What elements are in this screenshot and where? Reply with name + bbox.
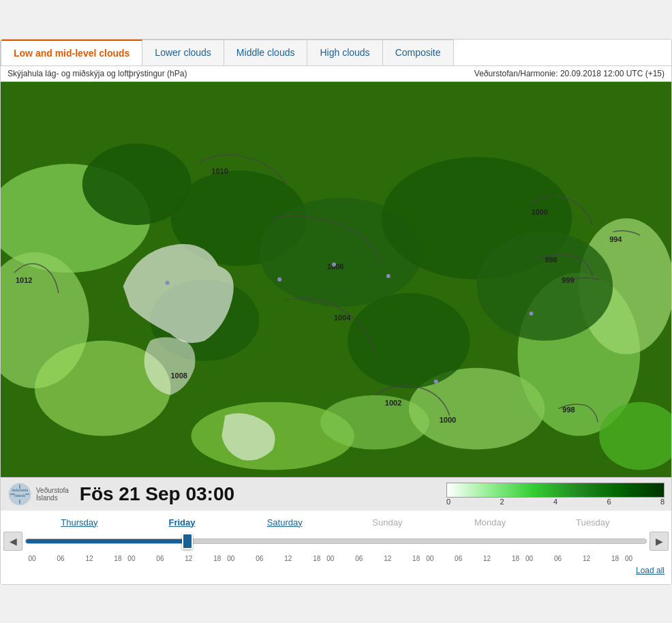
- tab-middle[interactable]: Middle clouds: [224, 40, 308, 65]
- tick-00-7: 00: [622, 555, 636, 562]
- day-sunday-label: Sunday: [372, 517, 402, 528]
- tick-12-2: 12: [182, 555, 196, 562]
- day-thursday-link[interactable]: Thursday: [61, 517, 97, 528]
- load-all-link[interactable]: Load all: [636, 566, 665, 575]
- svg-text:Íslands: Íslands: [14, 493, 25, 498]
- tick-00-4: 00: [324, 555, 337, 562]
- slider-prev-button[interactable]: ◀: [3, 532, 22, 551]
- tick-12-3: 12: [281, 555, 295, 562]
- legend-label-6: 6: [607, 498, 611, 506]
- tab-high-label: High clouds: [320, 47, 369, 58]
- map-display: 1010 1006 1004 1004 1002 1000 1000 998 9…: [1, 82, 671, 477]
- time-group-1: 00 06 12 18: [25, 555, 125, 562]
- tick-18-2: 18: [211, 555, 224, 562]
- legend-gradient: [446, 483, 665, 498]
- day-friday-link[interactable]: Friday: [169, 517, 196, 528]
- legend-label-2: 2: [500, 498, 504, 506]
- timeline: Thursday Friday Saturday Sunday Monday T…: [1, 511, 671, 584]
- tick-18-1: 18: [111, 555, 125, 562]
- tick-18-6: 18: [609, 555, 622, 562]
- day-tuesday-label: Tuesday: [576, 517, 609, 528]
- svg-text:1012: 1012: [16, 275, 32, 284]
- slider-next-button[interactable]: ▶: [650, 532, 669, 551]
- tick-12-1: 12: [82, 555, 96, 562]
- legend-container: 0 2 4 6 8: [446, 483, 665, 506]
- tick-06-4: 06: [352, 555, 366, 562]
- time-group-6: 00 06 12 18: [523, 555, 622, 562]
- slider-track[interactable]: [25, 538, 647, 544]
- svg-text:1000: 1000: [531, 208, 547, 216]
- logo-text: Veðurstofa Íslands: [36, 487, 69, 502]
- legend-label-4: 4: [553, 498, 558, 506]
- map-subtitle-right: Veðurstofan/Harmonie: 20.09.2018 12:00 U…: [474, 69, 665, 78]
- tick-06-6: 06: [551, 555, 565, 562]
- tick-12-6: 12: [580, 555, 594, 562]
- tick-06-2: 06: [153, 555, 167, 562]
- tick-18-4: 18: [410, 555, 423, 562]
- time-group-4: 00 06 12 18: [324, 555, 423, 562]
- tab-middle-label: Middle clouds: [236, 47, 295, 58]
- tab-lower[interactable]: Lower clouds: [142, 40, 224, 65]
- day-sunday: Sunday: [336, 517, 439, 528]
- logo-line2: Íslands: [36, 494, 69, 502]
- svg-text:1000: 1000: [440, 415, 456, 423]
- svg-point-35: [434, 379, 438, 383]
- svg-text:999: 999: [562, 275, 574, 284]
- legend-label-8: 8: [660, 498, 665, 506]
- day-monday-label: Monday: [474, 517, 506, 528]
- time-group-2: 00 06 12 18: [125, 555, 224, 562]
- slider-fill: [26, 539, 187, 543]
- legend-label-0: 0: [446, 498, 450, 506]
- tab-lower-label: Lower clouds: [155, 47, 211, 58]
- weather-widget: Low and mid-level clouds Lower clouds Mi…: [0, 39, 672, 585]
- svg-text:1010: 1010: [211, 167, 228, 175]
- load-all-row: Load all: [1, 562, 671, 581]
- map-subtitle-left: Skýjahula lág- og miðskýja og loftþrýsti…: [7, 69, 187, 78]
- slider-row: ◀ ▶: [1, 532, 671, 551]
- svg-text:998: 998: [562, 405, 575, 413]
- day-friday: Friday: [131, 517, 234, 528]
- tab-composite[interactable]: Composite: [382, 40, 454, 65]
- cloud-map-svg: 1010 1006 1004 1004 1002 1000 1000 998 9…: [1, 82, 671, 477]
- svg-point-34: [529, 311, 533, 315]
- svg-point-16: [348, 292, 470, 388]
- day-saturday: Saturday: [233, 517, 336, 528]
- tab-high[interactable]: High clouds: [307, 40, 382, 65]
- tick-18-3: 18: [310, 555, 324, 562]
- tick-00-2: 00: [125, 555, 138, 562]
- svg-text:1008: 1008: [170, 371, 187, 379]
- tick-00-3: 00: [224, 555, 238, 562]
- time-labels: 00 06 12 18 00 06 12 18 00 06 12 18 00 0…: [1, 555, 671, 562]
- tick-00-6: 00: [523, 555, 536, 562]
- vedurstofa-logo-icon: Veðurstofa Íslands: [7, 482, 32, 506]
- logo-line1: Veðurstofa: [36, 487, 69, 494]
- slider-thumb[interactable]: [182, 533, 193, 549]
- map-header: Skýjahula lág- og miðskýja og loftþrýsti…: [1, 66, 671, 82]
- map-timestamp: Fös 21 Sep 03:00: [80, 483, 436, 505]
- tick-06-3: 06: [253, 555, 266, 562]
- tab-bar: Low and mid-level clouds Lower clouds Mi…: [1, 40, 671, 66]
- tab-low-mid-label: Low and mid-level clouds: [14, 48, 129, 59]
- tick-06-5: 06: [452, 555, 465, 562]
- svg-text:998: 998: [545, 256, 557, 264]
- tick-12-4: 12: [381, 555, 395, 562]
- day-label-row: Thursday Friday Saturday Sunday Monday T…: [1, 517, 671, 528]
- arrow-right-icon: ▶: [656, 536, 663, 547]
- map-footer: Veðurstofa Íslands Veðurstofa Íslands Fö…: [1, 477, 671, 511]
- svg-point-32: [332, 262, 336, 267]
- day-thursday: Thursday: [28, 517, 131, 528]
- svg-text:1002: 1002: [385, 398, 401, 406]
- tick-06-1: 06: [54, 555, 67, 562]
- time-group-3: 00 06 12 18: [224, 555, 324, 562]
- day-saturday-link[interactable]: Saturday: [267, 517, 303, 528]
- svg-point-14: [477, 232, 613, 341]
- svg-point-31: [277, 277, 281, 282]
- time-group-5: 00 06 12 18: [423, 555, 523, 562]
- tick-00-1: 00: [25, 555, 39, 562]
- arrow-left-icon: ◀: [10, 536, 17, 547]
- legend-labels: 0 2 4 6 8: [446, 498, 665, 506]
- tab-low-mid[interactable]: Low and mid-level clouds: [1, 40, 142, 65]
- tab-composite-label: Composite: [395, 47, 441, 58]
- tick-00-5: 00: [423, 555, 437, 562]
- time-group-7: 00: [622, 555, 647, 562]
